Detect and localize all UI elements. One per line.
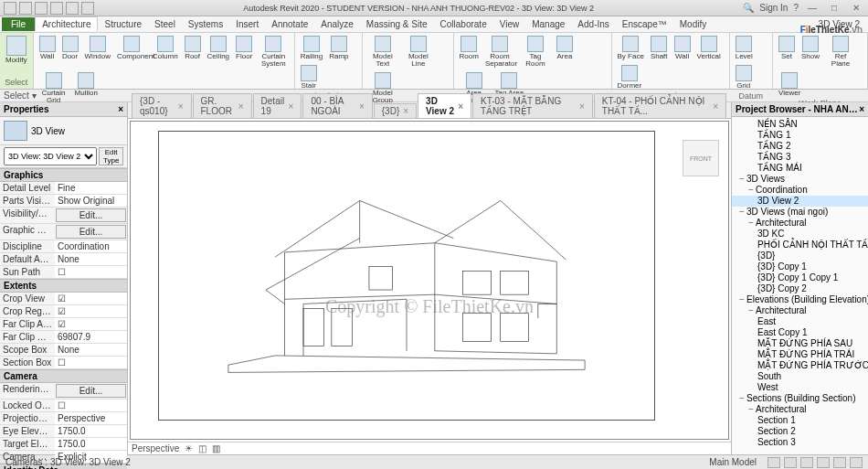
main-model-selector[interactable]: Main Model (709, 457, 757, 467)
ceiling-button[interactable]: Ceiling (206, 35, 231, 69)
status-icon[interactable] (850, 457, 863, 468)
room-separator-button[interactable]: Room Separator (483, 35, 516, 69)
instance-selector[interactable]: 3D View: 3D View 2 (4, 147, 97, 165)
ribbon-tab-annotate[interactable]: Annotate (265, 17, 314, 31)
ribbon-tab-massing-site[interactable]: Massing & Site (360, 17, 434, 31)
tree-node[interactable]: East (732, 316, 868, 327)
qat-home-icon[interactable] (4, 2, 16, 15)
tree-node[interactable]: −Elevations (Building Elevation) (732, 294, 868, 305)
prop-section-graphics[interactable]: Graphics (0, 168, 127, 182)
close-tab-icon[interactable]: × (713, 101, 718, 112)
ribbon-tab-structure[interactable]: Structure (98, 17, 148, 31)
close-tab-icon[interactable]: × (178, 101, 184, 112)
tree-node[interactable]: TẦNG 3 (732, 152, 868, 163)
qat-undo-icon[interactable] (50, 2, 63, 15)
ribbon-tab-steel[interactable]: Steel (148, 17, 182, 31)
tree-node[interactable]: South (732, 371, 868, 382)
projection-mode[interactable]: Perspective (132, 443, 179, 453)
view-tab[interactable]: GR. FLOOR× (193, 93, 252, 118)
minimize-button[interactable]: — (804, 2, 820, 15)
ribbon-tab-enscape-[interactable]: Enscape™ (616, 17, 673, 31)
roof-button[interactable]: Roof (183, 35, 203, 69)
tree-node[interactable]: East Copy 1 (732, 327, 868, 338)
qat-open-icon[interactable] (19, 2, 32, 15)
view-tab[interactable]: 00 - BÌA NGOÀI× (302, 93, 372, 118)
prop-value[interactable]: Coordination (55, 240, 127, 252)
tree-node[interactable]: {3D} (732, 250, 868, 261)
select-dropdown[interactable]: Select ▾ (4, 91, 37, 101)
prop-value[interactable]: Edit... (56, 225, 126, 239)
prop-value[interactable]: ☐ (55, 400, 127, 411)
view-tab[interactable]: {3D - qs010}× (132, 93, 192, 118)
tree-node[interactable]: −Architectural (732, 404, 868, 415)
tree-node[interactable]: West (732, 382, 868, 393)
close-tab-icon[interactable]: × (458, 101, 463, 112)
close-tab-icon[interactable]: × (403, 106, 408, 116)
component-button[interactable]: Component (115, 35, 148, 69)
dormer-button[interactable]: Dormer (616, 64, 644, 91)
tree-node[interactable]: TẦNG 2 (732, 141, 868, 152)
drawing-canvas[interactable]: FRONT (130, 121, 729, 440)
expand-icon[interactable]: − (748, 218, 756, 229)
tree-node[interactable]: 3D View 2 (732, 196, 868, 207)
ribbon-tab-systems[interactable]: Systems (182, 17, 229, 31)
vertical-button[interactable]: Vertical (695, 35, 723, 61)
view-tab[interactable]: Detail 19× (253, 93, 302, 118)
grid-button[interactable]: Grid (734, 64, 754, 91)
close-icon[interactable]: × (859, 104, 864, 114)
tree-node[interactable]: PHỐI CẢNH NỘI THẤT TẦNG TRỆT (732, 240, 868, 250)
area-button[interactable]: Area (555, 35, 575, 69)
ribbon-tab-analyze[interactable]: Analyze (314, 17, 360, 31)
tree-node[interactable]: −3D Views (732, 174, 868, 185)
signin-link[interactable]: Sign In (759, 3, 788, 13)
tree-node[interactable]: −Architectural (732, 305, 868, 316)
view-tab[interactable]: KT-03 - MẶT BẰNG TẦNG TRỆT× (472, 93, 593, 118)
viewer-button[interactable]: Viewer (777, 71, 802, 98)
prop-value[interactable]: None (55, 253, 127, 265)
level-button[interactable]: Level (734, 35, 755, 61)
modify-button[interactable]: Modify (4, 35, 29, 65)
prop-value[interactable]: 1750.0 (55, 438, 127, 450)
shaft-button[interactable]: Shaft (649, 35, 670, 61)
search-icon[interactable]: 🔍 (743, 3, 754, 13)
ribbon-tab-manage[interactable]: Manage (525, 17, 571, 31)
tree-node[interactable]: Section 3 (732, 437, 868, 446)
curtain-system-button[interactable]: Curtain System (257, 35, 290, 69)
ribbon-tab-collaborate[interactable]: Collaborate (434, 17, 493, 31)
expand-icon[interactable]: − (748, 185, 756, 196)
qat-print-icon[interactable] (81, 2, 94, 15)
close-tab-icon[interactable]: × (238, 101, 244, 112)
close-icon[interactable]: × (118, 104, 123, 114)
tree-node[interactable]: TẦNG 1 (732, 130, 868, 141)
railing-button[interactable]: Railing (299, 35, 324, 61)
view-tab[interactable]: 3D View 2× (418, 93, 471, 118)
ribbon-tab-insert[interactable]: Insert (229, 17, 265, 31)
tree-node[interactable]: {3D} Copy 1 (732, 261, 868, 272)
vc-icon[interactable]: ◫ (198, 443, 206, 453)
close-tab-icon[interactable]: × (289, 101, 294, 112)
stair-button[interactable]: Stair (299, 64, 319, 91)
status-icon[interactable] (833, 457, 846, 468)
wall-button[interactable]: Wall (37, 35, 58, 69)
expand-icon[interactable]: − (739, 393, 746, 404)
close-tab-icon[interactable]: × (579, 101, 585, 112)
close-button[interactable]: ✕ (848, 2, 864, 15)
maximize-button[interactable]: □ (826, 2, 842, 15)
tree-node[interactable]: −Architectural (732, 218, 868, 229)
status-icon[interactable] (817, 457, 830, 468)
column-button[interactable]: Column (151, 35, 180, 69)
tree-node[interactable]: {3D} Copy 1 Copy 1 (732, 272, 868, 283)
door-button[interactable]: Door (60, 35, 80, 69)
model-text-button[interactable]: Model Text (366, 35, 399, 69)
tree-node[interactable]: NỀN SÂN (732, 119, 868, 130)
tree-node[interactable]: {3D} Copy 2 (732, 283, 868, 294)
window-button[interactable]: Window (83, 35, 112, 69)
tree-node[interactable]: −Coordination (732, 185, 868, 196)
mullion-button[interactable]: Mullion (73, 71, 100, 105)
prop-value[interactable]: 1750.0 (55, 425, 127, 437)
prop-value[interactable]: ☑ (55, 305, 127, 317)
prop-value[interactable]: ☐ (55, 357, 127, 368)
prop-section-extents[interactable]: Extents (0, 279, 127, 293)
prop-value[interactable]: ☑ (55, 293, 127, 304)
prop-value[interactable]: 69807.9 (55, 331, 127, 343)
